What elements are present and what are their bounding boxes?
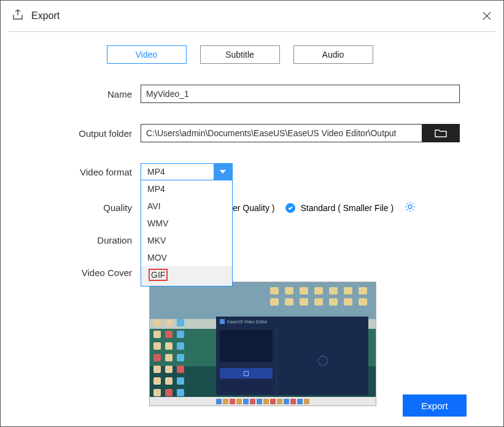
title-left: Export bbox=[12, 9, 60, 23]
label-video-cover: Video Cover bbox=[13, 259, 141, 278]
close-button[interactable] bbox=[479, 8, 495, 24]
browse-folder-button[interactable] bbox=[422, 124, 460, 142]
format-option-mov[interactable]: MOV bbox=[141, 249, 232, 266]
output-path-display: C:\Users\admin\Documents\EaseUS\EaseUS V… bbox=[141, 124, 422, 142]
row-output-folder: Output folder C:\Users\admin\Documents\E… bbox=[13, 124, 467, 142]
export-tabs: Video Subtitle Audio bbox=[13, 45, 467, 64]
row-video-format: Video format MP4 MP4 AVI WMV MKV MOV GIF bbox=[13, 163, 467, 180]
tab-audio[interactable]: Audio bbox=[293, 45, 373, 64]
row-video-cover: Video Cover bbox=[13, 259, 467, 278]
format-option-wmv[interactable]: WMV bbox=[141, 215, 232, 232]
gif-highlight-box: GIF bbox=[149, 269, 168, 281]
quality-standard-label: Standard ( Smaller File ) bbox=[300, 203, 394, 213]
label-name: Name bbox=[13, 89, 141, 99]
tab-subtitle[interactable]: Subtitle bbox=[200, 45, 280, 64]
desktop-top-icons bbox=[270, 287, 370, 306]
window-title: Export bbox=[31, 10, 60, 21]
dropdown-selected-value: MP4 bbox=[141, 167, 214, 177]
app-window-preview: EaseUS Video Editor bbox=[216, 317, 368, 395]
label-video-format: Video format bbox=[13, 167, 141, 177]
row-duration: Duration bbox=[13, 235, 467, 245]
format-option-mp4[interactable]: MP4 bbox=[141, 180, 232, 198]
video-cover-preview[interactable]: EaseUS Video Editor bbox=[149, 282, 376, 406]
chevron-down-icon bbox=[214, 164, 232, 180]
export-icon bbox=[12, 9, 24, 23]
row-name: Name bbox=[13, 85, 467, 103]
video-format-dropdown[interactable]: MP4 MP4 AVI WMV MKV MOV GIF bbox=[141, 163, 233, 180]
footer: Export bbox=[403, 394, 467, 417]
format-option-gif[interactable]: GIF bbox=[141, 266, 232, 286]
format-option-mkv[interactable]: MKV bbox=[141, 232, 232, 249]
svg-point-0 bbox=[408, 205, 412, 209]
desktop-left-icons bbox=[153, 319, 187, 399]
title-bar: Export bbox=[1, 1, 503, 31]
format-option-avi[interactable]: AVI bbox=[141, 198, 232, 215]
dropdown-list: MP4 AVI WMV MKV MOV GIF bbox=[141, 180, 233, 287]
quality-high-partial: er Quality ) bbox=[233, 203, 274, 213]
row-quality: Quality er Quality ) Standard ( Smaller … bbox=[13, 201, 467, 214]
radio-standard[interactable] bbox=[285, 203, 295, 213]
quality-options: er Quality ) Standard ( Smaller File ) bbox=[233, 201, 416, 214]
label-quality: Quality bbox=[13, 202, 141, 213]
label-output-folder: Output folder bbox=[13, 128, 141, 139]
output-path-box: C:\Users\admin\Documents\EaseUS\EaseUS V… bbox=[141, 124, 460, 142]
taskbar-preview bbox=[150, 397, 376, 406]
label-duration: Duration bbox=[13, 235, 141, 245]
tab-video[interactable]: Video bbox=[107, 45, 187, 64]
content-area: Video Subtitle Audio Name Output folder … bbox=[1, 32, 503, 406]
export-button[interactable]: Export bbox=[403, 394, 467, 417]
gear-icon[interactable] bbox=[405, 201, 416, 214]
name-input[interactable] bbox=[141, 85, 460, 103]
